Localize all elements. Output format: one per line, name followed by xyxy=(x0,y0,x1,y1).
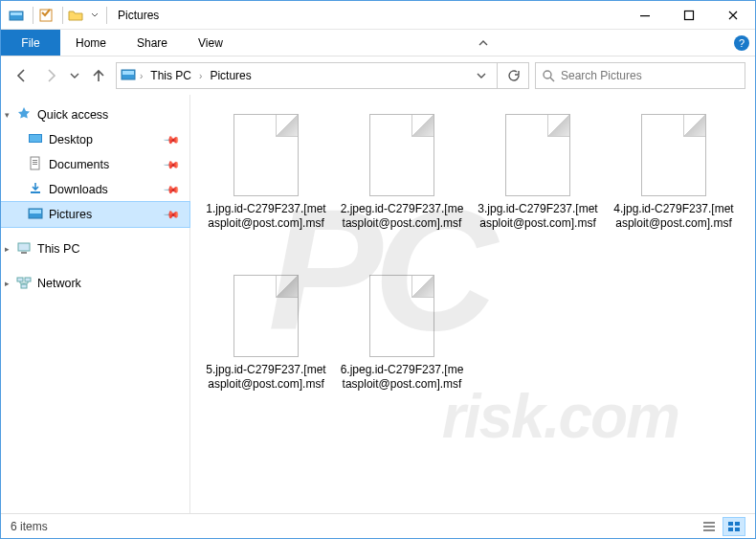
file-icon xyxy=(641,114,706,196)
svg-rect-9 xyxy=(30,135,41,142)
window-controls xyxy=(623,1,755,30)
details-view-button[interactable] xyxy=(698,517,721,536)
recent-locations-icon[interactable] xyxy=(68,64,81,87)
close-button[interactable] xyxy=(711,1,755,30)
sidebar: ▾ Quick access Desktop 📌 Documents 📌 Dow… xyxy=(1,95,190,514)
svg-rect-25 xyxy=(728,522,733,526)
maximize-button[interactable] xyxy=(667,1,711,30)
chevron-right-icon[interactable]: › xyxy=(199,71,202,81)
svg-rect-26 xyxy=(735,522,740,526)
qat-separator xyxy=(33,7,33,24)
file-item[interactable]: 1.jpg.id-C279F237.[metasploit@post.com].… xyxy=(200,108,332,265)
sidebar-network[interactable]: ▸ Network xyxy=(1,271,189,296)
svg-point-7 xyxy=(544,71,551,79)
pin-icon: 📌 xyxy=(162,180,180,198)
network-icon xyxy=(16,275,32,293)
sidebar-item-pictures[interactable]: Pictures 📌 xyxy=(1,202,189,227)
pin-icon: 📌 xyxy=(162,130,180,148)
this-pc-icon xyxy=(16,240,32,258)
sidebar-item-documents[interactable]: Documents 📌 xyxy=(1,152,189,177)
up-button[interactable] xyxy=(87,64,110,87)
forward-button[interactable] xyxy=(39,64,62,87)
svg-rect-17 xyxy=(18,243,30,251)
file-icon xyxy=(233,275,299,357)
svg-rect-28 xyxy=(735,528,740,531)
search-box[interactable]: Search Pictures xyxy=(535,62,745,89)
file-tab[interactable]: File xyxy=(1,30,60,56)
back-button[interactable] xyxy=(11,64,33,87)
file-icon xyxy=(369,114,434,196)
navigation-row: › This PC › Pictures Search Pictures xyxy=(1,56,755,95)
file-icon xyxy=(233,114,299,196)
file-item[interactable]: 2.jpeg.id-C279F237.[metasploit@post.com]… xyxy=(336,108,468,265)
address-separator xyxy=(497,63,498,88)
file-icon xyxy=(369,275,434,357)
app-icon xyxy=(7,6,26,25)
qat-dropdown-icon[interactable] xyxy=(89,6,100,25)
breadcrumb-pictures[interactable]: Pictures xyxy=(206,69,255,82)
tab-view[interactable]: View xyxy=(183,30,238,56)
status-bar: 6 items xyxy=(1,513,755,538)
breadcrumb-this-pc[interactable]: This PC xyxy=(146,69,195,82)
svg-rect-10 xyxy=(31,157,39,169)
svg-rect-24 xyxy=(703,529,715,531)
file-item[interactable]: 3.jpg.id-C279F237.[metasploit@post.com].… xyxy=(472,108,604,265)
window-title: Pictures xyxy=(118,9,159,22)
search-icon xyxy=(542,69,555,82)
item-count: 6 items xyxy=(11,520,48,533)
svg-rect-22 xyxy=(703,522,715,524)
sidebar-label: This PC xyxy=(37,242,79,256)
file-name: 6.jpeg.id-C279F237.[metasploit@post.com]… xyxy=(340,363,464,392)
svg-rect-13 xyxy=(33,164,37,165)
titlebar: Pictures xyxy=(1,1,755,30)
svg-rect-27 xyxy=(728,528,733,531)
file-name: 2.jpeg.id-C279F237.[metasploit@post.com]… xyxy=(340,202,464,231)
pictures-icon xyxy=(28,206,43,224)
svg-rect-18 xyxy=(21,252,27,254)
chevron-down-icon[interactable]: ▾ xyxy=(5,110,10,120)
address-dropdown-icon[interactable] xyxy=(470,71,493,80)
chevron-right-icon[interactable]: › xyxy=(140,71,143,81)
thumbnails-view-button[interactable] xyxy=(723,517,745,536)
star-icon xyxy=(16,106,32,124)
help-button[interactable]: ? xyxy=(728,30,755,56)
sidebar-item-label: Downloads xyxy=(49,183,108,196)
pin-icon: 📌 xyxy=(162,155,180,173)
file-name: 4.jpg.id-C279F237.[metasploit@post.com].… xyxy=(611,202,736,231)
search-placeholder: Search Pictures xyxy=(561,69,642,82)
svg-rect-3 xyxy=(640,15,650,16)
svg-rect-14 xyxy=(31,191,40,193)
pictures-icon xyxy=(121,67,136,85)
ribbon-collapse-icon[interactable] xyxy=(470,30,497,56)
sidebar-item-desktop[interactable]: Desktop 📌 xyxy=(1,127,189,152)
svg-rect-23 xyxy=(703,526,715,528)
chevron-right-icon[interactable]: ▸ xyxy=(5,279,10,288)
sidebar-item-downloads[interactable]: Downloads 📌 xyxy=(1,177,189,202)
file-pane[interactable]: 1.jpg.id-C279F237.[metasploit@post.com].… xyxy=(190,95,755,514)
folder-icon[interactable] xyxy=(66,6,85,25)
file-item[interactable]: 6.jpeg.id-C279F237.[metasploit@post.com]… xyxy=(336,269,468,426)
title-separator xyxy=(106,7,107,24)
chevron-right-icon[interactable]: ▸ xyxy=(5,244,10,254)
file-item[interactable]: 4.jpg.id-C279F237.[metasploit@post.com].… xyxy=(608,108,740,265)
svg-rect-16 xyxy=(30,210,41,213)
file-name: 5.jpg.id-C279F237.[metasploit@post.com].… xyxy=(204,363,328,392)
svg-rect-21 xyxy=(21,284,27,288)
sidebar-item-label: Documents xyxy=(49,158,109,171)
refresh-button[interactable] xyxy=(501,69,524,82)
properties-icon[interactable] xyxy=(36,6,56,25)
sidebar-quick-access[interactable]: ▾ Quick access xyxy=(1,102,189,127)
file-item[interactable]: 5.jpg.id-C279F237.[metasploit@post.com].… xyxy=(200,269,332,426)
svg-rect-12 xyxy=(33,162,37,163)
qat-separator xyxy=(62,7,63,24)
svg-rect-19 xyxy=(17,278,23,281)
minimize-button[interactable] xyxy=(623,1,667,30)
sidebar-label: Network xyxy=(37,277,81,290)
address-bar[interactable]: › This PC › Pictures xyxy=(116,62,529,89)
downloads-icon xyxy=(28,181,43,199)
file-icon xyxy=(505,114,570,196)
tab-share[interactable]: Share xyxy=(122,30,183,56)
tab-home[interactable]: Home xyxy=(60,30,122,56)
body: ▾ Quick access Desktop 📌 Documents 📌 Dow… xyxy=(1,95,755,514)
sidebar-this-pc[interactable]: ▸ This PC xyxy=(1,236,189,261)
